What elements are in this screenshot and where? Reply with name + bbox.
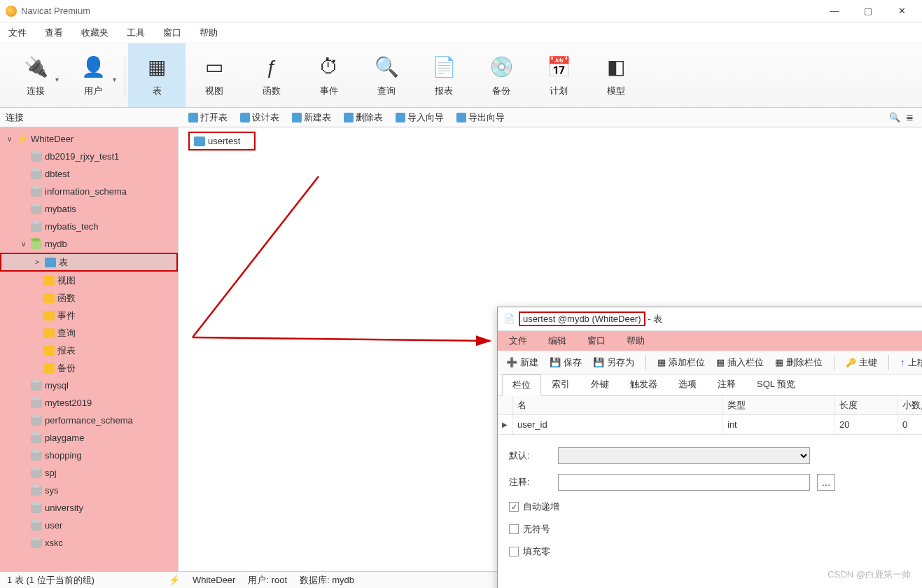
conn-action-1[interactable]: 设计表 bbox=[236, 110, 284, 125]
tab-1[interactable]: 索引 bbox=[541, 374, 580, 395]
tree-node-icon bbox=[31, 486, 42, 496]
toolbar-label: 连接 bbox=[27, 85, 45, 97]
inner-menu-edit[interactable]: 编辑 bbox=[548, 335, 566, 347]
toolbar-label: 报表 bbox=[435, 85, 453, 97]
menu-view[interactable]: 查看 bbox=[45, 27, 63, 39]
tree-item-备份[interactable]: 备份 bbox=[0, 359, 178, 377]
conn-action-5[interactable]: 导出向导 bbox=[452, 110, 509, 125]
inner-menu-help[interactable]: 帮助 bbox=[627, 335, 645, 347]
tree-item-查询[interactable]: 查询 bbox=[0, 324, 178, 342]
tree-db-mybatis[interactable]: mybatis bbox=[0, 200, 178, 218]
unsigned-checkbox[interactable] bbox=[509, 524, 519, 534]
toolbar-user[interactable]: 👤用户▾ bbox=[64, 43, 122, 107]
menu-favorites[interactable]: 收藏夹 bbox=[81, 27, 109, 39]
new-button[interactable]: ➕新建 bbox=[503, 355, 541, 370]
tree-node-icon bbox=[43, 363, 55, 373]
tab-5[interactable]: 注释 bbox=[707, 374, 746, 395]
auto-increment-checkbox[interactable] bbox=[509, 502, 519, 512]
tab-3[interactable]: 触发器 bbox=[620, 374, 668, 395]
toolbar-schedule[interactable]: 📅计划 bbox=[530, 43, 587, 107]
saveas-button[interactable]: 💾另存为 bbox=[590, 355, 637, 370]
conn-action-3[interactable]: 删除表 bbox=[340, 110, 387, 125]
columns-grid[interactable]: 名 类型 长度 小数点 允许空值 ( user_id int 20 0 1 bbox=[498, 396, 922, 435]
menu-window[interactable]: 窗口 bbox=[163, 27, 181, 39]
search-icon[interactable]: 🔍 bbox=[889, 112, 900, 122]
table-name: usertest bbox=[208, 136, 240, 146]
comment-more-button[interactable]: … bbox=[817, 474, 835, 491]
status-user-value: root bbox=[272, 575, 287, 585]
tree-node-label: mydb bbox=[45, 239, 67, 249]
menu-help[interactable]: 帮助 bbox=[200, 27, 218, 39]
tree-db-mytest2019[interactable]: mytest2019 bbox=[0, 394, 178, 412]
tree-node-label: spj bbox=[45, 468, 57, 478]
tab-0[interactable]: 栏位 bbox=[502, 374, 541, 396]
conn-action-4[interactable]: 导入向导 bbox=[391, 110, 448, 125]
tree-db-performance_schema[interactable]: performance_schema bbox=[0, 412, 178, 429]
toolbar-function[interactable]: ƒ函数 bbox=[243, 43, 300, 107]
toolbar-backup[interactable]: 💿备份 bbox=[473, 43, 530, 107]
tree-item-报表[interactable]: 报表 bbox=[0, 342, 178, 359]
tree-db-information_schema[interactable]: information_schema bbox=[0, 183, 178, 200]
toolbar-event[interactable]: ⏱事件 bbox=[300, 43, 358, 107]
plug-icon: ⚡ bbox=[169, 575, 180, 585]
add-column-button[interactable]: ▦添加栏位 bbox=[655, 355, 708, 370]
tree-db-shopping[interactable]: shopping bbox=[0, 447, 178, 464]
cell-length[interactable]: 20 bbox=[835, 415, 898, 434]
conn-action-2[interactable]: 新建表 bbox=[288, 110, 335, 125]
tree-db-university[interactable]: university bbox=[0, 499, 178, 517]
arrow-up-icon: ↑ bbox=[900, 357, 905, 368]
inner-menu-window[interactable]: 窗口 bbox=[587, 335, 606, 347]
tab-4[interactable]: 选项 bbox=[668, 374, 707, 395]
list-view-icon[interactable]: ≣ bbox=[906, 112, 914, 122]
zerofill-checkbox[interactable] bbox=[509, 547, 519, 556]
tree-db-mysql[interactable]: mysql bbox=[0, 377, 178, 394]
insert-column-button[interactable]: ▦插入栏位 bbox=[713, 355, 767, 370]
cell-type[interactable]: int bbox=[723, 415, 835, 434]
tree-db-spj[interactable]: spj bbox=[0, 464, 178, 482]
toolbar-plug[interactable]: 🔌连接▾ bbox=[7, 43, 64, 107]
tree-item-视图[interactable]: 视图 bbox=[0, 272, 178, 289]
table-row[interactable]: user_id int 20 0 1 bbox=[498, 415, 922, 435]
menu-tools[interactable]: 工具 bbox=[127, 27, 145, 39]
tree-db-mybatis_tech[interactable]: mybatis_tech bbox=[0, 218, 178, 235]
tab-2[interactable]: 外键 bbox=[580, 374, 620, 395]
inner-menu-file[interactable]: 文件 bbox=[509, 335, 527, 347]
tree-node-label: mysql bbox=[45, 380, 69, 391]
menu-file[interactable]: 文件 bbox=[8, 27, 27, 39]
tree-db-db2019_rjxy_test1[interactable]: db2019_rjxy_test1 bbox=[0, 148, 178, 165]
save-button[interactable]: 💾保存 bbox=[547, 355, 585, 370]
zerofill-label: 填充零 bbox=[523, 545, 550, 558]
toolbar-view[interactable]: ▭视图 bbox=[186, 43, 243, 107]
cell-name[interactable]: user_id bbox=[513, 415, 723, 434]
tree-db-playgame[interactable]: playgame bbox=[0, 429, 178, 447]
primary-key-button[interactable]: 主键 bbox=[843, 355, 880, 370]
tree-db-xskc[interactable]: xskc bbox=[0, 534, 178, 552]
window-maximize[interactable]: ▢ bbox=[858, 6, 879, 16]
comment-input[interactable] bbox=[558, 474, 810, 491]
window-close[interactable]: ✕ bbox=[891, 6, 912, 16]
saveas-icon: 💾 bbox=[593, 357, 604, 368]
tree-node-label: 函数 bbox=[57, 292, 76, 304]
tree-db-sys[interactable]: sys bbox=[0, 482, 178, 499]
tab-6[interactable]: SQL 预览 bbox=[746, 374, 806, 395]
tree-db-dbtest[interactable]: dbtest bbox=[0, 165, 178, 183]
tree-db-mydb[interactable]: ∨mydb bbox=[0, 235, 178, 253]
toolbar-table[interactable]: ▦表 bbox=[128, 43, 186, 107]
toolbar-report[interactable]: 📄报表 bbox=[415, 43, 473, 107]
toolbar-query[interactable]: 🔍查询 bbox=[358, 43, 415, 107]
conn-action-0[interactable]: 打开表 bbox=[184, 110, 232, 125]
window-minimize[interactable]: — bbox=[824, 6, 845, 16]
cell-decimal[interactable]: 0 bbox=[898, 415, 922, 434]
tree-db-user[interactable]: user bbox=[0, 517, 178, 534]
default-select[interactable] bbox=[558, 447, 810, 464]
connection-tree[interactable]: ∨⚡WhiteDeerdb2019_rjxy_test1dbtestinform… bbox=[0, 127, 179, 571]
tree-node-label: 表 bbox=[59, 256, 68, 269]
tree-item-事件[interactable]: 事件 bbox=[0, 307, 178, 324]
delete-column-button[interactable]: ▦删除栏位 bbox=[772, 355, 825, 370]
tree-item-函数[interactable]: 函数 bbox=[0, 289, 178, 307]
table-item-usertest[interactable]: usertest bbox=[188, 132, 256, 150]
move-up-button[interactable]: ↑上移 bbox=[897, 355, 922, 370]
tree-connection[interactable]: ∨⚡WhiteDeer bbox=[0, 130, 178, 148]
toolbar-model[interactable]: ◧模型 bbox=[587, 43, 645, 107]
tree-item-表[interactable]: >表 bbox=[0, 253, 178, 272]
